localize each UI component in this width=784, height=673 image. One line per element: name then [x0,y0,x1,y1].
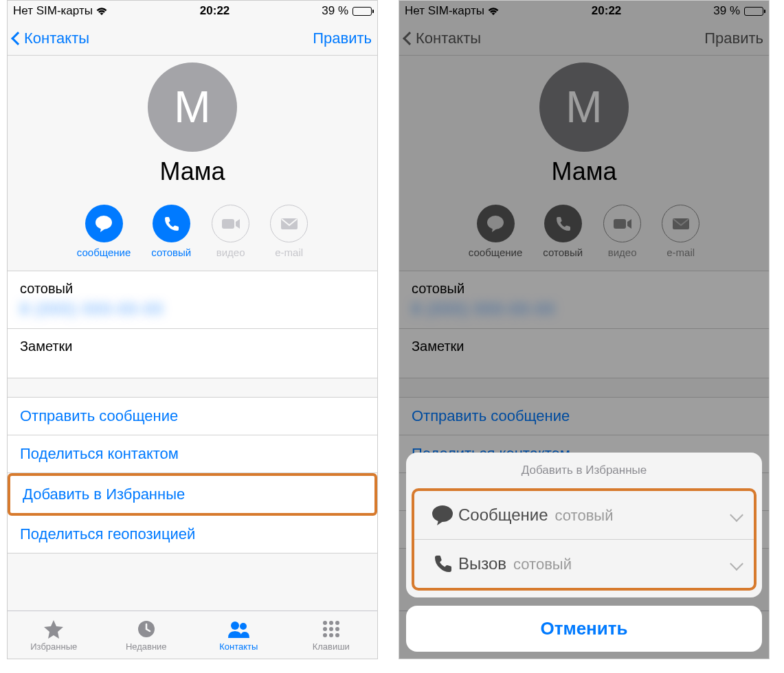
sheet-title: Добавить в Избранные [406,453,762,488]
contact-name: Мама [8,157,377,186]
svg-point-6 [323,621,327,625]
phone-icon [153,205,190,242]
battery-icon [352,7,372,16]
tab-recents-label: Недавние [126,641,167,652]
chevron-left-icon [11,32,25,45]
sheet-option-message-sub: сотовый [555,507,614,525]
contact-header: М Мама [8,56,377,196]
svg-point-7 [329,621,333,625]
back-label: Контакты [24,30,89,47]
tab-keypad-label: Клавиши [313,641,350,652]
action-call-label: сотовый [151,247,191,258]
action-message-label: сообщение [77,247,131,258]
action-email-label: e-mail [275,247,303,258]
svg-point-8 [335,621,339,625]
star-icon [43,618,64,640]
clock: 20:22 [200,4,229,18]
tab-contacts-label: Контакты [219,641,258,652]
action-sheet: Добавить в Избранные Сообщение сотовый [406,453,762,652]
sheet-option-message-label: Сообщение [458,505,548,525]
action-video-label: видео [216,247,245,258]
content-list: сотовый 8 (000) 000-00-00 Заметки [8,271,377,378]
phone-label: сотовый [20,281,365,297]
svg-point-5 [240,623,247,630]
clock-icon [137,618,156,640]
nav-bar: Контакты Править [8,21,377,56]
battery-pct: 39 % [322,4,348,18]
links-list: Отправить сообщение Поделиться контактом… [8,398,377,554]
notes-cell[interactable]: Заметки [8,329,377,378]
chevron-down-icon [730,508,743,522]
phone-cell[interactable]: сотовый 8 (000) 000-00-00 [8,271,377,329]
email-icon [270,205,308,242]
svg-point-4 [231,621,239,630]
sheet-option-message[interactable]: Сообщение сотовый [414,491,754,540]
contacts-icon [227,618,250,640]
svg-point-11 [335,627,339,631]
wifi-icon [96,6,108,16]
phone-left: Нет SIM-карты 20:22 39 % Контакты Правит… [7,0,378,659]
sheet-option-call-sub: сотовый [513,556,572,573]
svg-point-9 [323,627,327,631]
send-message-link[interactable]: Отправить сообщение [8,398,377,435]
svg-point-10 [329,627,333,631]
avatar-initial: М [174,82,210,133]
carrier-text: Нет SIM-карты [13,4,93,18]
action-video[interactable]: видео [212,205,249,258]
keypad-icon [322,618,340,640]
video-icon [212,205,249,242]
message-icon [85,205,123,242]
phone-value: 8 (000) 000-00-00 [20,299,365,319]
share-location-link[interactable]: Поделиться геопозицией [8,516,377,554]
phone-icon [427,554,458,574]
svg-point-12 [323,633,327,637]
sheet-main: Добавить в Избранные Сообщение сотовый [406,453,762,597]
tab-favorites[interactable]: Избранные [8,611,100,659]
action-call[interactable]: сотовый [151,205,191,258]
action-message[interactable]: сообщение [77,205,131,258]
actions-row: сообщение сотовый видео e-mail [8,196,377,271]
sheet-option-call-label: Вызов [458,554,506,573]
svg-point-18 [432,505,453,522]
svg-point-0 [96,216,112,229]
notes-label: Заметки [20,339,365,354]
share-contact-link[interactable]: Поделиться контактом [8,435,377,473]
message-icon [427,505,458,525]
back-button[interactable]: Контакты [13,30,89,47]
status-bar: Нет SIM-карты 20:22 39 % [8,1,377,21]
svg-point-13 [329,633,333,637]
phone-right: Нет SIM-карты 20:22 39 % Контакты Правит… [399,0,770,659]
chevron-down-icon [730,557,743,571]
add-to-favorites-link[interactable]: Добавить в Избранные [8,473,377,516]
tab-favorites-label: Избранные [30,641,77,652]
sheet-cancel-button[interactable]: Отменить [406,606,762,652]
tab-keypad[interactable]: Клавиши [285,611,378,659]
edit-button[interactable]: Править [313,30,372,47]
action-email[interactable]: e-mail [270,205,308,258]
tab-recents[interactable]: Недавние [100,611,193,659]
sheet-option-call[interactable]: Вызов сотовый [414,540,754,588]
avatar: М [148,62,237,152]
section-spacer [8,378,377,398]
sheet-options: Сообщение сотовый Вызов сотовый [412,488,757,591]
svg-point-14 [335,633,339,637]
svg-rect-1 [222,219,234,229]
tab-contacts[interactable]: Контакты [192,611,285,659]
tab-bar: Избранные Недавние Контакты Клавиши [8,611,377,659]
